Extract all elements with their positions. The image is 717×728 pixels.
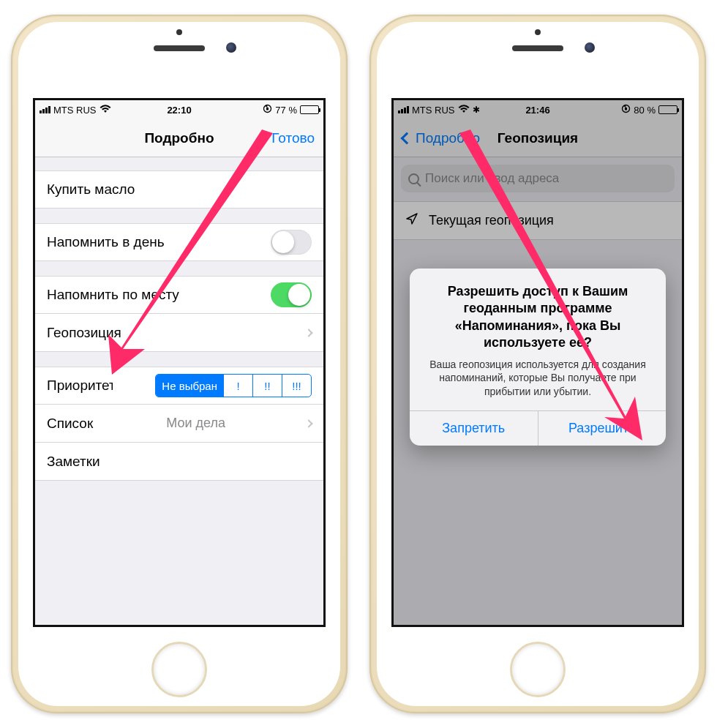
carrier-label: MTS RUS: [412, 105, 455, 116]
settings-content: Купить масло Напомнить в день Напомнить …: [35, 170, 323, 481]
priority-opt-3[interactable]: !!!: [282, 375, 311, 397]
signal-icon: [398, 106, 409, 113]
home-button[interactable]: [151, 642, 207, 697]
phone-left: MTS RUS 22:10 77 % Подробно Готово: [11, 15, 348, 713]
phone-right: MTS RUS ✱ 21:46 80 %: [369, 15, 706, 713]
remind-place-row[interactable]: Напомнить по месту: [35, 276, 323, 314]
wifi-icon: [458, 104, 470, 116]
done-button[interactable]: Готово: [271, 130, 315, 146]
loading-spinner-icon: ✱: [473, 105, 480, 115]
priority-segment[interactable]: Не выбран ! !! !!!: [155, 374, 312, 397]
battery-icon: [658, 105, 677, 114]
svg-rect-3: [625, 108, 627, 110]
chevron-right-icon: [304, 419, 312, 427]
remind-place-label: Напомнить по месту: [47, 287, 179, 303]
search-placeholder: Поиск или ввод адреса: [425, 171, 559, 186]
list-label: Список: [47, 416, 93, 432]
chevron-right-icon: [304, 329, 312, 337]
battery-icon: [300, 105, 319, 114]
alert-deny-button[interactable]: Запретить: [410, 411, 538, 446]
battery-pct: 80 %: [634, 105, 656, 116]
front-camera: [585, 42, 595, 53]
list-value: Мои дела: [166, 416, 225, 431]
alert-message: Ваша геопозиция используется для создани…: [423, 358, 653, 399]
back-button[interactable]: Подробно: [402, 130, 480, 146]
earpiece-speaker: [512, 45, 563, 51]
remind-day-label: Напомнить в день: [47, 234, 165, 250]
battery-pct: 77 %: [275, 105, 297, 116]
nav-bar: Подробно Готово: [35, 119, 323, 157]
current-location-label: Текущая геопозиция: [429, 213, 554, 228]
proximity-sensor: [176, 29, 182, 35]
front-camera: [226, 42, 236, 53]
permission-alert: Разрешить доступ к Вашим геоданным прогр…: [410, 269, 666, 446]
screen-right: MTS RUS ✱ 21:46 80 %: [391, 98, 684, 627]
remind-place-toggle[interactable]: [271, 282, 312, 307]
nav-bar: Подробно Геопозиция: [394, 119, 682, 157]
search-wrap: Поиск или ввод адреса: [394, 157, 682, 192]
search-input[interactable]: Поиск или ввод адреса: [401, 165, 675, 192]
alert-allow-button[interactable]: Разрешить: [538, 411, 667, 446]
priority-label: Приоритет: [47, 378, 113, 394]
rotation-lock-icon: [263, 104, 272, 116]
screen-left: MTS RUS 22:10 77 % Подробно Готово: [33, 98, 326, 627]
signal-icon: [40, 106, 50, 113]
notes-row[interactable]: Заметки: [35, 443, 323, 481]
reminder-title-row[interactable]: Купить масло: [35, 170, 323, 209]
rotation-lock-icon: [621, 104, 631, 116]
home-button[interactable]: [510, 642, 566, 697]
notes-label: Заметки: [47, 454, 100, 470]
priority-opt-1[interactable]: !: [223, 375, 252, 397]
proximity-sensor: [535, 29, 541, 35]
status-bar: MTS RUS ✱ 21:46 80 %: [394, 100, 682, 119]
remind-day-toggle[interactable]: [271, 230, 312, 255]
earpiece-speaker: [154, 45, 205, 51]
carrier-label: MTS RUS: [53, 105, 97, 116]
location-row[interactable]: Геопозиция: [35, 314, 323, 352]
chevron-left-icon: [401, 132, 413, 144]
svg-rect-1: [266, 108, 269, 110]
location-label: Геопозиция: [47, 325, 121, 341]
back-label: Подробно: [416, 130, 480, 146]
location-arrow-icon: [405, 212, 418, 229]
search-icon: [408, 173, 419, 184]
reminder-title: Купить масло: [47, 181, 135, 198]
wifi-icon: [100, 104, 111, 116]
current-location-row[interactable]: Текущая геопозиция: [394, 201, 682, 240]
priority-opt-none[interactable]: Не выбран: [156, 375, 223, 397]
alert-title: Разрешить доступ к Вашим геоданным прогр…: [423, 283, 653, 352]
list-row[interactable]: Список Мои дела: [35, 405, 323, 443]
status-bar: MTS RUS 22:10 77 %: [35, 100, 323, 119]
priority-row: Приоритет Не выбран ! !! !!!: [35, 367, 323, 405]
priority-opt-2[interactable]: !!: [252, 375, 282, 397]
remind-day-row[interactable]: Напомнить в день: [35, 223, 323, 261]
